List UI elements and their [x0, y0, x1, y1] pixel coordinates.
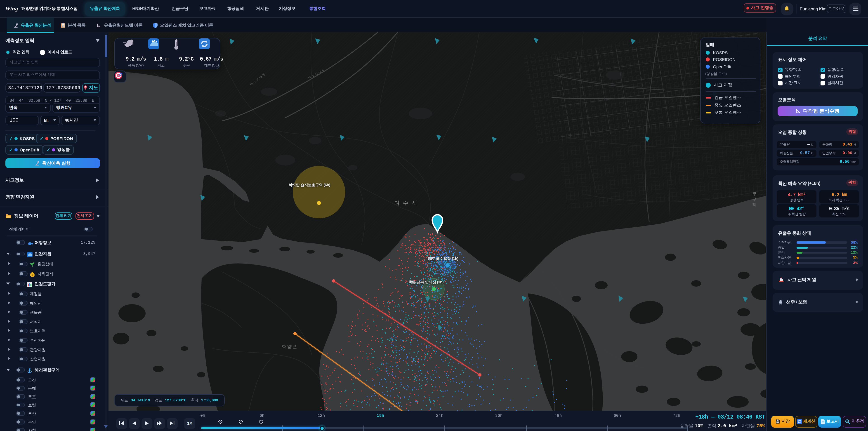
svg-text:$: $ — [31, 273, 33, 276]
